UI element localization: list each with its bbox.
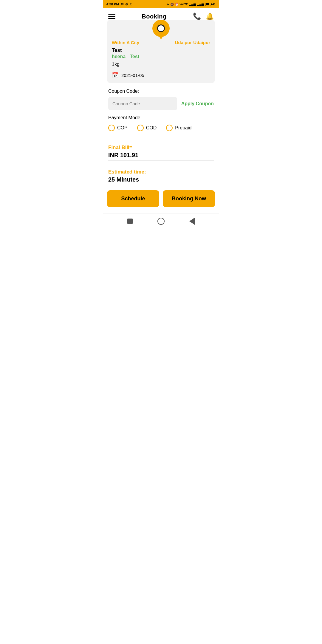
status-right: ➤ 🔕 ⏰ VoLTE ▂▄▆ ▂▄▆ 41 — [167, 3, 216, 6]
status-left: 4:38 PM ✉ ⊙ ⁝⁚ — [106, 2, 132, 6]
payment-section: Payment Mode: COP COD Prepaid — [103, 115, 219, 131]
nav-back-circle-icon[interactable] — [157, 218, 165, 225]
app-logo — [152, 20, 170, 37]
calendar-icon: 📅 — [112, 72, 118, 78]
payment-mode-label: Payment Mode: — [108, 115, 214, 120]
final-bill-section: Final Bill= INR 101.91 — [103, 140, 219, 160]
service-type: Within A City — [112, 40, 139, 45]
bottom-navigation — [103, 213, 219, 229]
divider-2 — [108, 160, 214, 161]
coupon-row: Apply Coupon — [108, 97, 214, 110]
booking-now-button[interactable]: Booking Now — [163, 190, 215, 207]
apply-coupon-button[interactable]: Apply Coupon — [181, 101, 214, 106]
payment-options: COP COD Prepaid — [108, 125, 214, 131]
coupon-label: Coupon Code: — [108, 89, 214, 94]
bell-icon[interactable]: 🔔 — [206, 13, 214, 20]
payment-option-prepaid[interactable]: Prepaid — [166, 125, 191, 131]
payment-option-cop[interactable]: COP — [108, 125, 128, 131]
nav-back-triangle-icon[interactable] — [189, 218, 195, 225]
volte-icon: VoLTE — [180, 3, 188, 6]
weight-display: 1kg — [112, 62, 210, 67]
coupon-section: Coupon Code: Apply Coupon — [103, 89, 219, 110]
cod-label: COD — [146, 125, 157, 131]
schedule-button[interactable]: Schedule — [107, 190, 159, 207]
radio-prepaid[interactable] — [166, 125, 173, 131]
hamburger-menu[interactable] — [108, 14, 115, 19]
page-title: Booking — [142, 13, 167, 20]
estimated-time-label: Estimated time: — [108, 169, 214, 175]
booking-card: Within A City Udaipur-Udaipur Test heena… — [107, 20, 215, 83]
radio-cop[interactable] — [108, 125, 115, 131]
camera-icon: ⊙ — [125, 2, 128, 6]
mute-icon: 🔕 — [170, 3, 174, 6]
final-bill-amount: INR 101.91 — [108, 152, 214, 159]
divider-1 — [108, 136, 214, 136]
card-top-row: Within A City Udaipur-Udaipur — [112, 40, 210, 45]
final-bill-label: Final Bill= — [108, 145, 214, 151]
header-icons: 📞 🔔 — [193, 13, 214, 20]
payment-option-cod[interactable]: COD — [137, 125, 157, 131]
signal-icon2: ▂▄▆ — [197, 3, 204, 6]
sender-name: Test — [112, 47, 210, 53]
time-display: 4:38 PM — [106, 2, 119, 6]
date-row: 📅 2021-01-05 — [112, 72, 210, 78]
city-route: Udaipur-Udaipur — [175, 40, 210, 45]
logo-wrapper — [112, 20, 210, 37]
estimated-time-value: 25 Minutes — [108, 176, 214, 183]
estimated-time-section: Estimated time: 25 Minutes — [103, 165, 219, 185]
alarm-icon: ⏰ — [175, 3, 179, 6]
nav-home-icon[interactable] — [127, 219, 133, 224]
coupon-input[interactable] — [108, 97, 177, 110]
location-arrow-icon: ➤ — [167, 3, 169, 6]
battery-icon — [205, 3, 211, 6]
signal-icon: ▂▄▆ — [189, 3, 196, 6]
booking-date: 2021-01-05 — [121, 73, 144, 78]
radio-cod[interactable] — [137, 125, 144, 131]
battery-percent: 41 — [212, 3, 216, 6]
status-bar: 4:38 PM ✉ ⊙ ⁝⁚ ➤ 🔕 ⏰ VoLTE ▂▄▆ ▂▄▆ 41 — [103, 0, 219, 8]
mail-icon: ✉ — [121, 2, 123, 6]
dots-icon: ⁝⁚ — [130, 2, 132, 6]
bottom-buttons: Schedule Booking Now — [103, 185, 219, 211]
prepaid-label: Prepaid — [175, 125, 191, 131]
receiver-name: heena - Test — [112, 54, 210, 59]
logo-inner-circle — [157, 24, 165, 32]
phone-icon[interactable]: 📞 — [193, 13, 201, 20]
cop-label: COP — [117, 125, 128, 131]
